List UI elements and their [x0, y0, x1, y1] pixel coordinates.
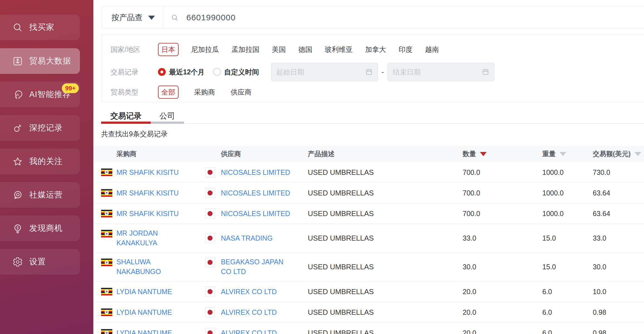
quantity-value: 30.0: [463, 263, 476, 271]
end-date-input[interactable]: 结束日期: [387, 63, 494, 81]
column-header-weight[interactable]: 重量: [542, 146, 566, 162]
search-icon: [13, 22, 23, 33]
amount-value: 63.64: [593, 189, 610, 197]
uganda-flag-icon: [101, 329, 112, 334]
country-filter-label: 国家/地区: [111, 45, 150, 54]
table-header: 采购商 供应商 产品描述 数量 重量 交易额(美元): [93, 146, 644, 162]
supplier-link[interactable]: BEGAKASO JAPAN CO LTD: [221, 257, 293, 277]
search-mode-label: 按产品查: [111, 12, 143, 23]
buyer-link[interactable]: MR SHAFIK KISITU: [116, 209, 185, 218]
trade-type-filter-label: 贸易类型: [111, 88, 150, 97]
weight-value: 1000.0: [542, 168, 564, 176]
buyer-link[interactable]: MR SHAFIK KISITU: [116, 167, 185, 177]
search-input[interactable]: 6601990000: [163, 7, 644, 28]
end-date-placeholder: 结束日期: [393, 67, 421, 77]
country-option[interactable]: 孟加拉国: [231, 45, 259, 54]
japan-flag-icon: [205, 287, 215, 297]
country-option-selected[interactable]: 日本: [158, 43, 179, 56]
sidebar-item-label: 找买家: [29, 22, 54, 33]
country-options: 日本 尼加拉瓜 孟加拉国 美国 德国 玻利维亚 加拿大 印度 越南: [158, 43, 439, 56]
product-description: USED UMBRELLAS: [308, 308, 374, 316]
buyer-link[interactable]: LYDIA NANTUME: [116, 307, 185, 317]
japan-flag-icon: [205, 167, 215, 177]
column-header-supplier[interactable]: 供应商: [221, 146, 241, 162]
product-description: USED UMBRELLAS: [308, 209, 374, 218]
product-description: USED UMBRELLAS: [308, 188, 374, 197]
japan-flag-icon: [205, 188, 215, 198]
chat-bubble-icon: [13, 190, 23, 200]
buyer-link[interactable]: LYDIA NANTUME: [116, 287, 185, 296]
trade-type-option[interactable]: 采购商: [194, 88, 215, 97]
japan-flag-icon: [205, 307, 215, 317]
amount-value: 0.98: [593, 308, 606, 316]
radio-custom-time[interactable]: 自定义时间: [213, 67, 259, 77]
table-row: LYDIA NANTUME ALVIREX CO LTD USED UMBREL…: [93, 281, 644, 302]
result-count-text: 共查找出9条交易记录: [101, 129, 168, 139]
supplier-link[interactable]: NICOSALES LIMITED: [221, 188, 293, 198]
supplier-link[interactable]: ALVIREX CO LTD: [221, 287, 293, 296]
weight-value: 15.0: [542, 234, 556, 242]
radio-last-12-months[interactable]: 最近12个月: [158, 67, 205, 77]
supplier-link[interactable]: ALVIREX CO LTD: [221, 307, 293, 317]
quantity-value: 20.0: [463, 287, 476, 296]
country-option[interactable]: 美国: [272, 45, 286, 54]
country-option[interactable]: 尼加拉瓜: [191, 45, 219, 54]
country-filter-row: 国家/地区 日本 尼加拉瓜 孟加拉国 美国 德国 玻利维亚 加拿大 印度 越南: [111, 39, 641, 60]
svg-text:AI: AI: [16, 93, 19, 96]
sidebar-item-opportunities[interactable]: $ 发现商机: [0, 216, 80, 241]
amount-value: 10.0: [593, 287, 606, 296]
table-row: MR SHAFIK KISITU NICOSALES LIMITED USED …: [93, 183, 644, 203]
date-range-separator: -: [379, 67, 387, 76]
supplier-link[interactable]: ALVIREX CO LTD: [221, 328, 293, 334]
uganda-flag-icon: [101, 230, 112, 238]
country-option[interactable]: 加拿大: [365, 45, 386, 54]
country-option[interactable]: 越南: [425, 45, 439, 54]
sidebar: 找买家 贸易大数据 99+ AI AI智能推荐: [0, 0, 93, 334]
quantity-value: 700.0: [463, 189, 480, 197]
buyer-link[interactable]: MR JORDAN KANAKULYA: [116, 228, 185, 248]
table-row: MR SHAFIK KISITU NICOSALES LIMITED USED …: [93, 162, 644, 183]
calendar-icon: [482, 68, 489, 76]
sidebar-item-settings[interactable]: 设置: [0, 249, 80, 275]
start-date-placeholder: 起始日期: [276, 67, 304, 77]
sidebar-item-label: 发现商机: [29, 223, 63, 234]
amount-value: 730.0: [593, 168, 610, 176]
bulb-dollar-icon: $: [13, 223, 23, 234]
notification-badge: 99+: [62, 83, 79, 93]
sidebar-item-label: 社媒运营: [29, 189, 63, 200]
start-date-input[interactable]: 起始日期: [271, 63, 378, 81]
sidebar-item-dig-records[interactable]: 深挖记录: [0, 115, 80, 141]
sidebar-item-my-follows[interactable]: 我的关注: [0, 149, 80, 174]
sort-icon[interactable]: [635, 152, 641, 156]
column-header-quantity[interactable]: 数量: [463, 146, 487, 162]
trade-type-filter-row: 贸易类型 全部 采购商 供应商: [111, 84, 641, 100]
supplier-link[interactable]: NASA TRADING: [221, 233, 293, 243]
calendar-icon: [365, 68, 373, 76]
supplier-link[interactable]: NICOSALES LIMITED: [221, 167, 293, 177]
svg-text:$: $: [16, 225, 19, 230]
sidebar-item-ai-recommend[interactable]: 99+ AI AI智能推荐: [0, 82, 80, 107]
sidebar-item-trade-big-data[interactable]: 贸易大数据: [0, 48, 80, 74]
buyer-link[interactable]: LYDIA NANTUME: [116, 328, 185, 334]
sidebar-item-find-buyers[interactable]: 找买家: [0, 14, 80, 40]
country-option[interactable]: 玻利维亚: [325, 45, 353, 54]
trade-type-options: 全部 采购商 供应商: [158, 86, 252, 99]
search-mode-dropdown[interactable]: 按产品查: [102, 7, 163, 28]
sidebar-item-social-media[interactable]: 社媒运营: [0, 182, 80, 208]
sidebar-item-label: 我的关注: [29, 156, 63, 167]
sort-desc-icon[interactable]: [480, 152, 487, 156]
buyer-link[interactable]: MR SHAFIK KISITU: [116, 188, 185, 198]
supplier-link[interactable]: NICOSALES LIMITED: [221, 209, 293, 218]
product-description: USED UMBRELLAS: [308, 263, 374, 271]
trade-type-option-selected[interactable]: 全部: [158, 86, 179, 99]
column-header-amount[interactable]: 交易额(美元): [593, 146, 641, 162]
column-header-buyer[interactable]: 采购商: [116, 146, 136, 162]
uganda-flag-icon: [101, 259, 112, 266]
column-header-product[interactable]: 产品描述: [308, 146, 335, 162]
trade-type-option[interactable]: 供应商: [231, 88, 252, 97]
uganda-flag-icon: [101, 189, 112, 197]
country-option[interactable]: 印度: [399, 45, 413, 54]
country-option[interactable]: 德国: [298, 45, 312, 54]
sort-icon[interactable]: [560, 152, 566, 156]
buyer-link[interactable]: SHALUWA NAKABUNGO: [116, 257, 185, 277]
